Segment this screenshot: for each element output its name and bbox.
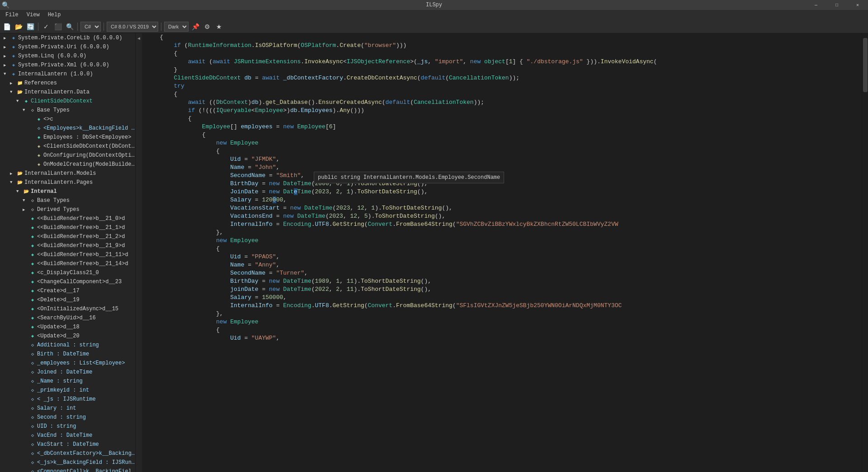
sidebar-tree[interactable]: ▶ ◈ System.Private.CoreLib (6.0.0.0) ▶ ◈… — [0, 33, 136, 472]
tree-item-internallantern[interactable]: ▼ ◈ InternalLantern (1.0.0) — [0, 70, 135, 79]
tree-item-salary[interactable]: ◇Salary : int — [0, 404, 135, 413]
tree-item-vacstart[interactable]: ◇VacStart : DateTime — [0, 440, 135, 449]
app-icon: 🔍 — [2, 1, 9, 9]
tree-item-il-models[interactable]: ▶ 📂 InternalLantern.Models — [0, 169, 135, 178]
tree-item-brt-0[interactable]: ◆<<BuildRenderTree>b__21_0>d — [0, 214, 135, 223]
tree-item-name[interactable]: ◇_Name : string — [0, 377, 135, 386]
menu-view[interactable]: View — [23, 11, 43, 19]
tree-item-js-backing[interactable]: ◇<_js>k__BackingField : IJSRuntime — [0, 458, 135, 467]
tree-item-references[interactable]: ▶ 📁 References — [0, 79, 135, 88]
code-line: { — [142, 33, 862, 42]
tree-item-ctor[interactable]: ◈ <ClientSideDbContext(DbContextOptions<… — [0, 142, 135, 151]
code-line: BirthDay = new DateTime(1989, 1, 11).ToS… — [142, 277, 862, 285]
code-editor[interactable]: ◀ { if (RuntimeInformation.IsOSPlatform(… — [136, 33, 862, 472]
tree-item-corelib[interactable]: ▶ ◈ System.Private.CoreLib (6.0.0.0) — [0, 33, 135, 42]
assembly-icon: ◈ — [10, 70, 17, 78]
tree-label: Second : string — [37, 414, 86, 421]
tree-item-update20[interactable]: ◆<Update>d__20 — [0, 332, 135, 341]
minimize-button[interactable]: — — [806, 0, 826, 10]
tree-label: <<BuildRenderTree>b__21_9>d — [37, 243, 125, 249]
tree-item-primkeyid[interactable]: ◇_primkeyid : int — [0, 386, 135, 395]
tree-item-js[interactable]: ◇< _js : IJSRuntime — [0, 395, 135, 404]
tree-label: Joined : DateTime — [37, 369, 92, 375]
check-button[interactable]: ✓ — [41, 22, 51, 32]
separator-1 — [38, 23, 38, 31]
tree-item-second[interactable]: ◇Second : string — [0, 413, 135, 422]
field-icon: ◇ — [29, 378, 36, 385]
tree-item-create[interactable]: ◆<Create>d__17 — [0, 286, 135, 295]
tree-item-il-pages[interactable]: ▼ 📂 InternalLantern.Pages — [0, 178, 135, 187]
tree-item-base-types-1[interactable]: ▼ ◇ Base Types — [0, 106, 135, 115]
tree-label: <Update>d__18 — [37, 324, 80, 330]
code-line: { — [142, 50, 862, 58]
class-icon: ◆ — [29, 242, 36, 249]
tree-item-derived-types[interactable]: ▶ ◇ Derived Types — [0, 205, 135, 214]
stop-button[interactable]: ⬛ — [53, 22, 63, 32]
code-line: if (RuntimeInformation.IsOSPlatform(OSPl… — [142, 42, 862, 50]
tree-item-dbcontextfactory[interactable]: ◇<_dbContextFactory>k__BackingField : ID… — [0, 449, 135, 458]
tree-item-c[interactable]: ◆ <>c — [0, 115, 135, 124]
tree-item-internal[interactable]: ▼ 📂 Internal — [0, 187, 135, 196]
tree-item-il-data[interactable]: ▼ 📂 InternalLantern.Data — [0, 88, 135, 97]
collapse-icon: ▼ — [23, 198, 29, 203]
language-selector[interactable]: C# IL VB — [80, 22, 101, 32]
refresh-button[interactable]: 🔄 — [25, 22, 35, 32]
code-line: await ((DbContext)db).get_Database().Ens… — [142, 98, 862, 107]
tree-item-oninitializedasync[interactable]: ◆<OnInitializedAsync>d__15 — [0, 304, 135, 313]
tree-item-onconfiguring[interactable]: ◈ OnConfiguring(DbContextOptionsBuilder)… — [0, 151, 135, 160]
code-line: Uid = "PPAOS", — [142, 253, 862, 261]
tree-item-joined[interactable]: ◇Joined : DateTime — [0, 368, 135, 377]
tree-item-employees-prop[interactable]: ◆ Employees : DbSet<Employee> — [0, 133, 135, 142]
tree-item-brt-11[interactable]: ◆<<BuildRenderTree>b__21_11>d — [0, 250, 135, 259]
code-line: InternalInfo = Encoding.UTF8.GetString(C… — [142, 302, 862, 310]
tree-item-brt-14[interactable]: ◆<<BuildRenderTree>b__21_14>d — [0, 259, 135, 268]
version-selector[interactable]: C# 8.0 / VS 2019 C# 9.0 / VS 2019 — [107, 22, 158, 32]
tree-item-changecall[interactable]: ◆<ChangeCallComponent>d__23 — [0, 277, 135, 286]
assembly-icon: ◈ — [10, 61, 17, 69]
tree-label: OnModelCreating(ModelBuilder) : void — [43, 161, 135, 168]
field-icon: ◇ — [29, 468, 36, 472]
collapse-sidebar-button[interactable]: ◀ — [136, 35, 142, 42]
tree-item-searchbyuid[interactable]: ◆<SearchByUid>d__16 — [0, 313, 135, 322]
tree-item-update18[interactable]: ◆<Update>d__18 — [0, 322, 135, 332]
tree-item-xml[interactable]: ▶ ◈ System.Private.Xml (6.0.0.0) — [0, 61, 135, 70]
search-button[interactable]: 🔍 — [65, 22, 75, 32]
theme-selector[interactable]: Dark Light — [164, 22, 189, 32]
tree-label: System.Private.Xml (6.0.0.0) — [18, 62, 109, 68]
maximize-button[interactable]: □ — [826, 0, 847, 10]
scrollbar-track[interactable] — [862, 33, 868, 472]
tree-item-clientsidedbcontext[interactable]: ▼ ◆ ClientSideDbContext — [0, 97, 135, 106]
scrollbar-thumb[interactable] — [863, 38, 868, 92]
open-button[interactable]: 📂 — [14, 22, 24, 32]
tree-item-c-display[interactable]: ◆<c_DisplayClass21_0 — [0, 268, 135, 277]
options-button[interactable]: ⚙ — [202, 22, 212, 32]
field-icon: ◇ — [29, 387, 36, 394]
tree-item-employees-backing[interactable]: ◇ <Employees>k__BackingField : DbSet<Emp — [0, 124, 135, 133]
tree-item-uid[interactable]: ◇UID : string — [0, 422, 135, 431]
tree-item-brt-1[interactable]: ◆<<BuildRenderTree>b__21_1>d — [0, 223, 135, 232]
tree-label: <ChangeCallComponent>d__23 — [37, 279, 122, 285]
menu-file[interactable]: File — [2, 11, 22, 19]
tree-item-componentcall[interactable]: ◇<ComponentCall>k__BackingField : string — [0, 467, 135, 472]
tree-item-linq[interactable]: ▶ ◈ System.Linq (6.0.0.0) — [0, 51, 135, 61]
tree-item-birth[interactable]: ◇Birth : DateTime — [0, 350, 135, 359]
new-button[interactable]: 📄 — [2, 22, 12, 32]
tree-item-delete[interactable]: ◆<Delete>d__19 — [0, 295, 135, 304]
tree-label: <<BuildRenderTree>b__21_11>d — [37, 252, 128, 258]
star-button[interactable]: ★ — [214, 22, 224, 32]
pin-button[interactable]: 📌 — [190, 22, 200, 32]
tree-item-brt-9[interactable]: ◆<<BuildRenderTree>b__21_9>d — [0, 241, 135, 250]
tree-label: <Employees>k__BackingField : DbSet<Emp — [43, 125, 135, 131]
tree-item-brt-2[interactable]: ◆<<BuildRenderTree>b__21_2>d — [0, 232, 135, 241]
code-line: Name = "John", — [142, 164, 862, 172]
tree-item-additional[interactable]: ◇Additional : string — [0, 341, 135, 350]
separator-4 — [161, 23, 161, 31]
tree-item-uri[interactable]: ▶ ◈ System.Private.Uri (6.0.0.0) — [0, 42, 135, 51]
tree-label: UID : string — [37, 423, 76, 430]
tree-item-onmodelcreating[interactable]: ◈ OnModelCreating(ModelBuilder) : void — [0, 160, 135, 169]
menu-help[interactable]: Help — [44, 11, 65, 19]
close-button[interactable]: ✕ — [847, 0, 868, 10]
tree-item-base-types-2[interactable]: ▼ ◇ Base Types — [0, 196, 135, 205]
tree-item-employees-list[interactable]: ◇_employees : List<Employee> — [0, 359, 135, 368]
tree-item-vacend[interactable]: ◇VacEnd : DateTime — [0, 431, 135, 440]
